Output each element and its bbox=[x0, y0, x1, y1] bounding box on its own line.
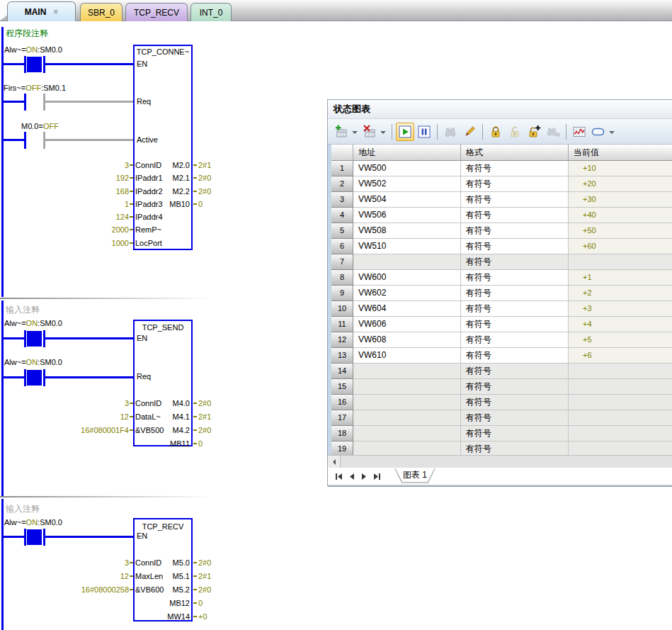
block-param-row[interactable]: MB120 bbox=[35, 599, 248, 608]
format-cell[interactable]: 有符号 bbox=[461, 161, 569, 176]
block-param-row[interactable]: 12MaxLenM5.12#1 bbox=[35, 572, 248, 581]
block-param-row[interactable]: 1IPaddr3MB100 bbox=[35, 200, 248, 209]
current-value-cell[interactable]: +50 bbox=[569, 223, 672, 239]
row-number-button[interactable]: 12 bbox=[331, 332, 353, 348]
column-header-format[interactable]: 格式 bbox=[461, 145, 569, 161]
format-cell[interactable]: 有符号 bbox=[461, 348, 569, 364]
contact-bar[interactable] bbox=[24, 94, 26, 111]
format-cell[interactable]: 有符号 bbox=[461, 239, 569, 254]
last-sheet-button[interactable] bbox=[372, 471, 382, 482]
current-value-cell[interactable]: +10 bbox=[569, 161, 672, 176]
horizontal-scrollbar[interactable] bbox=[328, 455, 672, 468]
contact-powered-square[interactable] bbox=[27, 57, 42, 72]
current-value-cell[interactable] bbox=[569, 254, 672, 270]
sheet-tab[interactable]: 图表 1 bbox=[394, 468, 435, 483]
row-number-button[interactable]: 4 bbox=[331, 208, 353, 223]
first-sheet-button[interactable] bbox=[334, 471, 344, 482]
insert-chart-dropdown-icon[interactable] bbox=[352, 131, 358, 137]
row-number-button[interactable]: 15 bbox=[331, 379, 353, 395]
row-number-button[interactable]: 14 bbox=[331, 364, 353, 379]
format-cell[interactable]: 有符号 bbox=[461, 441, 569, 455]
current-value-cell[interactable]: +3 bbox=[569, 301, 672, 317]
current-value-cell[interactable] bbox=[569, 364, 672, 379]
format-cell[interactable]: 有符号 bbox=[461, 364, 569, 379]
write-all-icon[interactable] bbox=[460, 123, 479, 141]
row-number-button[interactable]: 18 bbox=[331, 426, 353, 441]
contact-powered-square[interactable] bbox=[27, 529, 42, 545]
block-param-row[interactable]: 3ConnIDM5.02#0 bbox=[35, 558, 248, 568]
row-number-button[interactable]: 8 bbox=[331, 270, 353, 286]
address-cell[interactable]: VW610 bbox=[353, 348, 461, 364]
row-number-button[interactable]: 1 bbox=[331, 161, 353, 176]
delete-chart-dropdown-icon[interactable] bbox=[380, 131, 386, 137]
format-cell[interactable]: 有符号 bbox=[461, 426, 569, 441]
trend-view-icon[interactable] bbox=[570, 123, 588, 141]
close-icon[interactable]: × bbox=[53, 7, 58, 17]
address-cell[interactable]: VW606 bbox=[353, 317, 461, 332]
chart-status-on-icon[interactable] bbox=[396, 123, 414, 141]
current-value-cell[interactable]: +5 bbox=[569, 332, 672, 348]
block-param-row[interactable]: 16#08000258&VB600M5.22#0 bbox=[35, 585, 248, 595]
row-number-button[interactable]: 11 bbox=[331, 317, 353, 332]
format-cell[interactable]: 有符号 bbox=[461, 286, 569, 301]
column-header-address[interactable]: 地址 bbox=[353, 145, 461, 161]
block-param-row[interactable]: 1000LocPort bbox=[35, 239, 248, 248]
unforce-icon[interactable] bbox=[506, 123, 524, 141]
row-number-button[interactable]: 13 bbox=[331, 348, 353, 364]
current-value-cell[interactable] bbox=[569, 410, 672, 426]
block-param-row[interactable]: 2000RemP~ bbox=[35, 225, 248, 235]
current-value-cell[interactable]: +30 bbox=[569, 192, 672, 208]
current-value-cell[interactable]: +2 bbox=[569, 286, 672, 301]
address-cell[interactable] bbox=[353, 364, 461, 379]
address-cell[interactable] bbox=[353, 426, 461, 441]
block-param-row[interactable]: 16#080001F4&VB500M4.22#0 bbox=[35, 426, 248, 435]
address-cell[interactable]: VW602 bbox=[353, 286, 461, 301]
contact-powered-square[interactable] bbox=[27, 370, 42, 386]
format-cell[interactable]: 有符号 bbox=[461, 379, 569, 395]
format-cell[interactable]: 有符号 bbox=[461, 317, 569, 332]
next-sheet-button[interactable] bbox=[359, 471, 370, 482]
row-number-button[interactable]: 10 bbox=[331, 301, 353, 317]
tab-tcp-recv[interactable]: TCP_RECV bbox=[125, 3, 188, 21]
block-param-row[interactable]: MB110 bbox=[35, 439, 248, 449]
tab-int0[interactable]: INT_0 bbox=[190, 3, 232, 21]
current-value-cell[interactable]: +1 bbox=[569, 270, 672, 286]
format-cell[interactable]: 有符号 bbox=[461, 332, 569, 348]
format-cell[interactable]: 有符号 bbox=[461, 176, 569, 192]
address-cell[interactable] bbox=[353, 410, 461, 426]
current-value-cell[interactable] bbox=[569, 379, 672, 395]
row-number-button[interactable]: 9 bbox=[331, 286, 353, 301]
read-all-icon[interactable] bbox=[441, 123, 460, 141]
row-number-button[interactable]: 6 bbox=[331, 239, 353, 254]
network1-comment[interactable]: 程序段注释 bbox=[6, 28, 48, 40]
row-number-button[interactable]: 7 bbox=[331, 254, 353, 270]
current-value-cell[interactable]: +4 bbox=[569, 317, 672, 332]
pause-chart-icon[interactable] bbox=[415, 123, 433, 141]
address-cell[interactable]: VW510 bbox=[353, 239, 461, 254]
read-forced-icon[interactable] bbox=[544, 123, 562, 141]
tab-main[interactable]: MAIN × bbox=[7, 1, 76, 21]
address-cell[interactable]: VW600 bbox=[353, 270, 461, 286]
row-number-button[interactable]: 2 bbox=[331, 176, 353, 192]
format-cell[interactable]: 有符号 bbox=[461, 208, 569, 223]
row-number-button[interactable]: 16 bbox=[331, 395, 353, 410]
network3-comment[interactable]: 输入注释 bbox=[6, 503, 40, 515]
current-value-cell[interactable] bbox=[569, 426, 672, 441]
current-value-cell[interactable]: +60 bbox=[569, 239, 672, 254]
insert-chart-icon[interactable] bbox=[332, 123, 351, 141]
address-cell[interactable]: VW608 bbox=[353, 332, 461, 348]
address-cell[interactable]: VW502 bbox=[353, 176, 461, 192]
block-param-row[interactable]: MW14+0 bbox=[35, 612, 248, 621]
block-param-row[interactable]: 3ConnIDM4.02#0 bbox=[35, 399, 248, 408]
force-new-icon[interactable] bbox=[525, 123, 543, 141]
tag-icon[interactable] bbox=[589, 123, 608, 141]
format-cell[interactable]: 有符号 bbox=[461, 223, 569, 239]
address-cell[interactable] bbox=[353, 254, 461, 270]
contact-powered-square[interactable] bbox=[27, 331, 42, 347]
contact-bar[interactable] bbox=[24, 132, 26, 149]
format-cell[interactable]: 有符号 bbox=[461, 270, 569, 286]
delete-chart-icon[interactable] bbox=[360, 123, 379, 141]
format-cell[interactable]: 有符号 bbox=[461, 301, 569, 317]
prev-sheet-button[interactable] bbox=[346, 471, 357, 482]
current-value-cell[interactable]: +40 bbox=[569, 208, 672, 223]
